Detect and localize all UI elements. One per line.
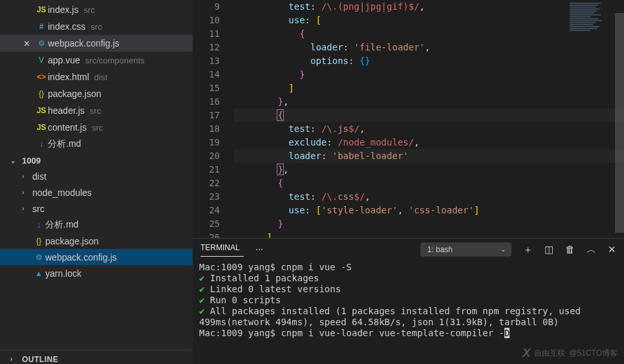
- chevron-down-icon: ⌄: [500, 246, 506, 253]
- terminal-panel: TERMINAL ⋯ 1: bash ⌄ ＋ ◫ 🗑 ︿ ✕ Mac:1009 …: [193, 238, 624, 364]
- file-type-icon: {}: [35, 89, 48, 98]
- maximize-panel-icon[interactable]: ︿: [586, 244, 596, 256]
- file-name: header.js: [48, 105, 85, 116]
- file-path-hint: src: [90, 106, 101, 116]
- file-name: webpack.config.js: [45, 252, 117, 262]
- chevron-right-icon: ›: [22, 173, 32, 180]
- folder-item[interactable]: ›src: [0, 200, 193, 217]
- file-item[interactable]: ↓分析.md: [0, 217, 193, 233]
- file-type-icon: <>: [35, 72, 48, 81]
- open-editor-item[interactable]: <>index.htmldist: [0, 69, 193, 85]
- open-editors-list: JSindex.jssrc#index.csssrc✕⚙webpack.conf…: [0, 0, 193, 153]
- open-editor-item[interactable]: ↓分析.md: [0, 136, 193, 153]
- outline-section-header[interactable]: › OUTLINE: [0, 350, 193, 364]
- chevron-right-icon: ›: [22, 189, 32, 196]
- open-editor-item[interactable]: #index.csssrc: [0, 18, 193, 35]
- file-name: 分析.md: [45, 219, 78, 231]
- file-type-icon: ↓: [32, 220, 45, 230]
- file-name: index.js: [48, 5, 78, 15]
- close-icon[interactable]: ✕: [23, 39, 35, 48]
- watermark-logo-icon: X: [522, 347, 530, 360]
- file-type-icon: #: [35, 22, 48, 31]
- open-editor-item[interactable]: JScontent.jssrc: [0, 119, 193, 136]
- workspace-folder-name: 1009: [22, 156, 41, 166]
- close-panel-icon[interactable]: ✕: [608, 244, 616, 256]
- tab-terminal[interactable]: TERMINAL: [200, 243, 244, 257]
- file-name: package.json: [48, 89, 102, 99]
- kill-terminal-icon[interactable]: 🗑: [565, 244, 575, 256]
- split-terminal-icon[interactable]: ◫: [544, 244, 554, 256]
- file-type-icon: ⚙: [32, 253, 45, 262]
- file-item[interactable]: {}package.json: [0, 233, 193, 249]
- file-item[interactable]: ⚙webpack.config.js: [0, 249, 193, 265]
- terminal-selector[interactable]: 1: bash ⌄: [420, 242, 511, 257]
- file-type-icon: ▲: [32, 269, 45, 278]
- file-path-hint: src/components: [85, 56, 145, 65]
- file-name: package.json: [45, 236, 99, 246]
- workspace-folder-header[interactable]: ⌄ 1009: [0, 153, 193, 168]
- file-type-icon: {}: [32, 237, 45, 246]
- file-path-hint: src: [91, 22, 102, 32]
- outline-label: OUTLINE: [22, 355, 58, 364]
- file-type-icon: JS: [35, 106, 48, 115]
- open-editor-item[interactable]: JSheader.jssrc: [0, 102, 193, 119]
- code-editor[interactable]: 91011121314151617181920212223242526 test…: [193, 0, 624, 238]
- chevron-right-icon: ›: [10, 356, 22, 363]
- open-editor-item[interactable]: Vapp.vuesrc/components: [0, 52, 193, 69]
- more-icon[interactable]: ⋯: [252, 245, 267, 254]
- watermark-text: 自由互联: [534, 348, 565, 359]
- file-tree: ›dist›node_modules›src↓分析.md{}package.js…: [0, 168, 193, 281]
- file-type-icon: JS: [35, 5, 48, 14]
- terminal-selector-value: 1: bash: [427, 245, 453, 254]
- editor-area: 91011121314151617181920212223242526 test…: [193, 0, 624, 364]
- folder-name: dist: [32, 171, 47, 182]
- watermark-text: @51CTO博客: [569, 348, 618, 359]
- file-path-hint: src: [92, 123, 103, 133]
- watermark: X 自由互联 @51CTO博客: [522, 347, 618, 360]
- sidebar: JSindex.jssrc#index.csssrc✕⚙webpack.conf…: [0, 0, 193, 364]
- file-type-icon: ↓: [35, 140, 48, 149]
- file-path-hint: dist: [94, 72, 107, 82]
- chevron-right-icon: ›: [22, 205, 32, 212]
- file-type-icon: ⚙: [35, 39, 48, 48]
- file-name: content.js: [48, 122, 87, 133]
- editor-scrollbar[interactable]: [615, 0, 624, 238]
- file-name: webpack.config.js: [48, 38, 120, 48]
- file-item[interactable]: ▲yarn.lock: [0, 265, 193, 281]
- file-type-icon: JS: [35, 123, 48, 132]
- file-name: index.css: [48, 21, 85, 32]
- chevron-down-icon: ⌄: [10, 157, 22, 164]
- line-number-gutter: 91011121314151617181920212223242526: [193, 0, 234, 238]
- file-type-icon: V: [35, 56, 48, 65]
- folder-item[interactable]: ›node_modules: [0, 184, 193, 200]
- code-content[interactable]: test: /\.(png|jpg|gif)$/, use: [ { loade…: [234, 0, 624, 238]
- file-name: yarn.lock: [45, 268, 81, 279]
- open-editor-item[interactable]: {}package.json: [0, 85, 193, 102]
- file-name: index.html: [48, 72, 89, 82]
- folder-item[interactable]: ›dist: [0, 168, 193, 184]
- open-editor-item[interactable]: JSindex.jssrc: [0, 1, 193, 18]
- panel-tabbar: TERMINAL ⋯ 1: bash ⌄ ＋ ◫ 🗑 ︿ ✕: [193, 239, 624, 261]
- folder-name: src: [32, 204, 45, 214]
- file-name: 分析.md: [48, 138, 81, 150]
- file-name: app.vue: [48, 55, 80, 65]
- folder-name: node_modules: [32, 187, 92, 198]
- open-editor-item[interactable]: ✕⚙webpack.config.js: [0, 35, 193, 52]
- terminal-actions: ＋ ◫ 🗑 ︿ ✕: [523, 244, 616, 256]
- new-terminal-icon[interactable]: ＋: [523, 244, 533, 256]
- file-path-hint: src: [83, 5, 94, 15]
